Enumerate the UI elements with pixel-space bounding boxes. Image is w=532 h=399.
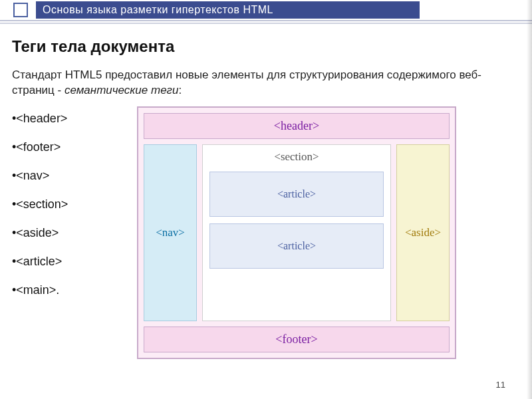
diagram-footer-box: <footer> bbox=[144, 327, 450, 352]
tag-label: <main>. bbox=[16, 283, 59, 297]
diagram-article-box: <article> bbox=[209, 223, 384, 269]
tag-label: <article> bbox=[16, 255, 62, 268]
diagram-section-label: <section> bbox=[209, 149, 384, 165]
diagram-nav-box: <nav> bbox=[144, 144, 197, 321]
tag-label: <aside> bbox=[16, 226, 59, 239]
diagram-article-box: <article> bbox=[209, 172, 384, 217]
page-shadow bbox=[527, 0, 532, 399]
diagram-section-box: <section> <article> <article> bbox=[202, 144, 391, 321]
list-item: •<main>. bbox=[12, 283, 118, 297]
presentation-title: Основы языка разметки гипертекстов HTML bbox=[36, 1, 420, 19]
tag-label: <nav> bbox=[16, 169, 49, 182]
diagram-aside-box: <aside> bbox=[396, 144, 450, 321]
divider bbox=[0, 23, 532, 24]
diagram-header-box: <header> bbox=[144, 113, 450, 139]
list-item: •<nav> bbox=[12, 169, 118, 183]
intro-colon: : bbox=[178, 84, 182, 96]
diagram-middle-row: <nav> <section> <article> <article> <asi… bbox=[144, 144, 450, 321]
slide-content: Теги тела документа Стандарт HTML5 предо… bbox=[0, 28, 532, 359]
body-row: •<header> •<footer> •<nav> •<section> •<… bbox=[12, 106, 520, 359]
list-item: •<header> bbox=[12, 112, 118, 126]
presentation-title-text: Основы языка разметки гипертекстов HTML bbox=[43, 4, 273, 16]
list-item: •<section> bbox=[12, 198, 118, 211]
semantic-layout-diagram: <header> <nav> <section> <article> <arti… bbox=[137, 106, 456, 359]
list-item: •<article> bbox=[12, 255, 118, 269]
tag-label: <footer> bbox=[16, 140, 61, 154]
logo-square-icon bbox=[13, 3, 28, 17]
list-item: •<footer> bbox=[12, 140, 118, 154]
tag-label: <header> bbox=[16, 112, 67, 125]
tag-label: <section> bbox=[16, 198, 68, 211]
page-number: 11 bbox=[496, 380, 505, 390]
intro-text: Стандарт HTML5 предоставил новые элемент… bbox=[12, 68, 520, 98]
slide-title: Теги тела документа bbox=[12, 37, 520, 56]
list-item: •<aside> bbox=[12, 226, 118, 240]
title-bar: Основы языка разметки гипертекстов HTML bbox=[0, 0, 532, 21]
tag-list: •<header> •<footer> •<nav> •<section> •<… bbox=[12, 106, 118, 312]
intro-italic: семантические теги bbox=[65, 84, 179, 96]
